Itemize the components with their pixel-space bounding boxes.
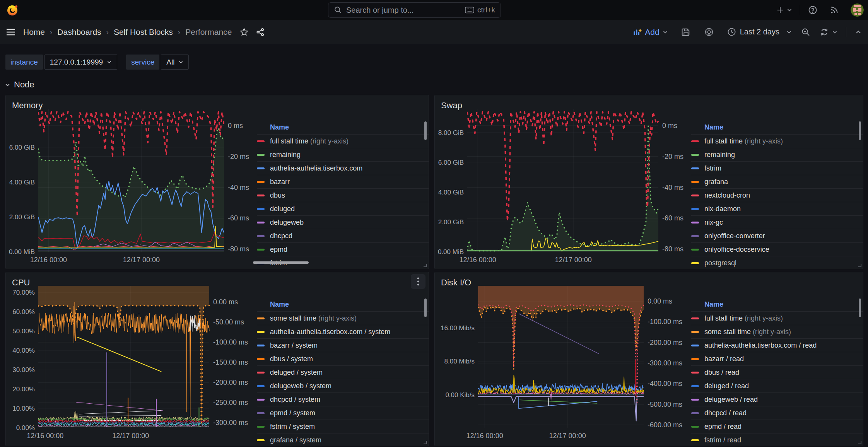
news-button[interactable] (830, 5, 839, 15)
series-label: some stall time (right y-axis) (704, 328, 791, 336)
series-color-swatch (691, 331, 699, 333)
panel-disk-i-o: Disk I/O0.00 ms-100.00 ms-200.00 ms-300.… (434, 272, 863, 446)
refresh-button[interactable] (820, 27, 837, 37)
legend-row[interactable]: bazarr / read (691, 352, 863, 366)
legend-row[interactable]: deluged / system (257, 366, 429, 379)
legend-row[interactable]: authelia-authelia.tiserbox.com / system (257, 325, 429, 339)
legend-row[interactable]: dhcpcd (257, 229, 429, 243)
series-label: remaining (270, 151, 301, 159)
panel-resize-handle[interactable] (858, 441, 861, 444)
legend-row[interactable]: dbus / system (257, 352, 429, 366)
legend-row[interactable]: grafana / system (257, 433, 429, 446)
legend-header-name[interactable]: Name (691, 298, 863, 312)
series-label: full stall time (right y-axis) (270, 137, 349, 145)
variable-value-service[interactable]: All (161, 55, 189, 70)
legend-header-name[interactable]: Name (691, 121, 863, 135)
chart-plot-area[interactable]: 0.00 ms-50.00 ms-100.00 ms-150.00 ms-200… (6, 284, 253, 446)
legend-row[interactable]: authelia-authelia.tiserbox.com (257, 162, 429, 175)
legend-scrollbar[interactable] (424, 121, 427, 140)
legend-row[interactable]: full stall time (right y-axis) (257, 135, 429, 148)
series-label: dbus (270, 191, 285, 200)
series-label: dbus / read (704, 369, 739, 377)
legend-horizontal-scrollbar[interactable] (253, 261, 309, 264)
legend-row[interactable]: some stall time (right y-axis) (257, 312, 429, 325)
dashboard-settings-button[interactable] (704, 27, 714, 37)
legend-row[interactable]: onlyoffice-converter (691, 229, 863, 243)
chart-plot-area[interactable]: 0.00 ms-100.00 ms-200.00 ms-300.00 ms-40… (435, 284, 687, 446)
legend-header-name[interactable]: Name (257, 298, 429, 312)
add-button[interactable]: Add (633, 27, 668, 37)
legend-scrollbar[interactable] (859, 299, 861, 317)
breadcrumb-current: Performance (185, 27, 232, 37)
legend-row[interactable]: nextcloud-cron (691, 189, 863, 202)
legend-row[interactable]: some stall time (right y-axis) (691, 325, 863, 339)
series-label: fstrim (704, 164, 721, 172)
breadcrumb: Home › Dashboards › Self Host Blocks › P… (23, 27, 232, 37)
search-input[interactable]: Search or jump to... ctrl+k (328, 2, 501, 18)
legend-row[interactable]: grafana (691, 175, 863, 189)
legend-row[interactable]: dbus (257, 189, 429, 202)
legend-row[interactable]: onlyoffice-docservice (691, 243, 863, 256)
variable-value-instance[interactable]: 127.0.0.1:19999 (44, 55, 117, 70)
row-node-header[interactable]: Node (5, 80, 868, 90)
legend-row[interactable]: full stall time (right y-axis) (691, 312, 863, 325)
time-range-picker[interactable]: Last 2 days (727, 27, 792, 36)
series-label: epmd (270, 246, 287, 254)
legend-row[interactable]: epmd / system (257, 406, 429, 420)
panel-resize-handle[interactable] (424, 441, 427, 444)
chart-plot-area[interactable]: 0 ms-20 ms-40 ms-60 ms-80 ms6.00 GiB4.00… (6, 107, 253, 269)
left-axis-tick-label: 4.00 GiB (438, 189, 464, 196)
legend-row[interactable]: dbus / read (691, 366, 863, 379)
save-icon (681, 27, 691, 37)
user-avatar[interactable] (851, 3, 864, 17)
legend-row[interactable]: dhcpcd / read (691, 406, 863, 420)
legend-row[interactable]: bazarr / system (257, 339, 429, 352)
legend-row[interactable]: bazarr (257, 175, 429, 189)
left-axis-tick-label: 2.00 GiB (9, 213, 35, 221)
help-button[interactable] (808, 5, 817, 15)
mega-menu-button[interactable] (6, 28, 15, 36)
zoom-out-button[interactable] (801, 27, 810, 37)
legend-row[interactable]: delugeweb / system (257, 379, 429, 393)
legend-row[interactable]: fstrim / system (257, 420, 429, 433)
legend-row[interactable]: postgresql (691, 256, 863, 269)
chart-series (478, 397, 644, 421)
legend-row[interactable]: epmd (257, 243, 429, 256)
legend-row[interactable]: delugeweb (257, 216, 429, 229)
series-label: full stall time (right y-axis) (704, 137, 783, 145)
legend-row[interactable]: remaining (691, 148, 863, 162)
legend-row[interactable]: nix-gc (691, 216, 863, 229)
right-axis-tick-label: -40 ms (228, 184, 249, 191)
legend-row[interactable]: authelia-authelia.tiserbox.com / read (691, 339, 863, 352)
favorite-button[interactable] (239, 27, 249, 37)
series-label: epmd / system (270, 409, 315, 417)
legend-scrollbar[interactable] (859, 121, 861, 140)
legend-row[interactable]: fstrim / read (691, 433, 863, 446)
breadcrumb-dashboards[interactable]: Dashboards (57, 27, 101, 37)
legend-row[interactable]: full stall time (right y-axis) (691, 135, 863, 148)
legend-row[interactable]: remaining (257, 148, 429, 162)
legend-scrollbar[interactable] (424, 299, 427, 317)
series-color-swatch (691, 235, 699, 237)
legend-row[interactable]: delugeweb / read (691, 393, 863, 406)
legend-row[interactable]: deluged (257, 202, 429, 216)
legend-row[interactable]: fstrim (691, 162, 863, 175)
grafana-logo[interactable] (5, 3, 19, 17)
collapse-toolbar-button[interactable] (855, 29, 862, 35)
panel-resize-handle[interactable] (858, 264, 861, 267)
new-item-button[interactable] (776, 6, 792, 14)
legend-row[interactable]: deluged / read (691, 379, 863, 393)
legend-row[interactable]: dhcpcd / system (257, 393, 429, 406)
share-button[interactable] (256, 27, 265, 37)
panel-resize-handle[interactable] (424, 264, 427, 267)
legend-header-name[interactable]: Name (257, 121, 429, 135)
legend-row[interactable]: epmd / read (691, 420, 863, 433)
breadcrumb-folder[interactable]: Self Host Blocks (114, 27, 173, 37)
breadcrumb-home[interactable]: Home (23, 27, 45, 37)
chart-plot-area[interactable]: 0 ms-20 ms-40 ms-60 ms-80 ms8.00 GiB6.00… (435, 107, 687, 269)
legend-row[interactable]: nix-daemon (691, 202, 863, 216)
series-color-swatch (257, 167, 265, 169)
right-axis-tick-label: 0.00 ms (213, 298, 238, 306)
x-axis-tick-label: 12/16 00:00 (27, 432, 63, 440)
save-dashboard-button[interactable] (681, 27, 691, 37)
